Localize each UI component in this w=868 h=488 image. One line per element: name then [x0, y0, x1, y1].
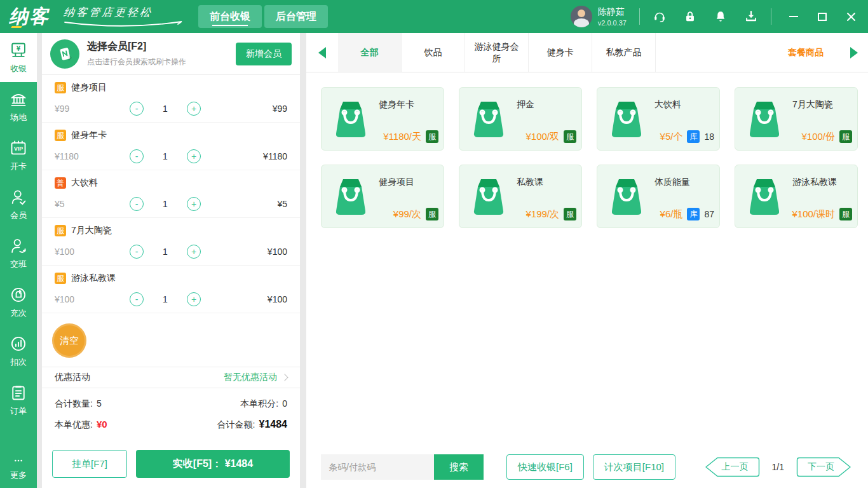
add-member-button[interactable]: 新增会员	[236, 43, 292, 65]
product-price: ¥6/瓶	[660, 208, 683, 220]
promo-row[interactable]: 优惠活动 暂无优惠活动	[42, 367, 300, 388]
cart-item: 普大饮料 ¥5 - 1 + ¥5	[42, 170, 300, 218]
spacer	[656, 33, 771, 72]
category-scroll-left-button[interactable]	[306, 33, 338, 72]
item-total: ¥100	[268, 247, 287, 257]
close-icon[interactable]	[845, 11, 857, 22]
product-card[interactable]: 押金 ¥100/双服	[459, 87, 582, 151]
pagination: 上一页 1/1 下一页	[703, 456, 853, 478]
slogan-text: 纳客管店更轻松	[63, 5, 185, 20]
product-card[interactable]: 健身年卡 ¥1180/天服	[321, 87, 444, 151]
next-page-label: 下一页	[796, 456, 853, 478]
service-icon[interactable]	[653, 10, 667, 24]
category-tab-private-training[interactable]: 私教产品	[592, 33, 656, 72]
category-tab-swim-club[interactable]: 游泳健身会所	[465, 33, 529, 72]
checkout-button[interactable]: 实收[F5]： ¥1484	[136, 450, 290, 478]
member-texts: 选择会员[F2] 点击进行会员搜索或刷卡操作	[87, 40, 186, 67]
hold-order-button[interactable]: 挂单[F7]	[52, 450, 127, 478]
search-button[interactable]: 搜索	[434, 454, 484, 480]
sidebar-item-more[interactable]: 更多	[0, 449, 37, 488]
qty-minus-button[interactable]: -	[130, 149, 144, 163]
bell-icon[interactable]	[714, 10, 728, 24]
clear-cart-button[interactable]: 清空	[52, 323, 86, 358]
app-logo: 纳客	[9, 4, 50, 30]
slogan-swoosh	[64, 20, 184, 28]
qty-plus-button[interactable]: +	[187, 149, 201, 163]
product-price: ¥5/个	[660, 131, 683, 143]
category-tab-package[interactable]: 套餐商品	[771, 33, 840, 72]
cart-item: 服健身项目 ¥99 - 1 + ¥99	[42, 75, 300, 123]
tab-backend-admin[interactable]: 后台管理	[264, 5, 328, 28]
member-card-icon	[50, 39, 79, 69]
svg-text:VIP: VIP	[14, 146, 23, 152]
category-tabs: 全部 饮品 游泳健身会所 健身卡 私教产品 套餐商品	[306, 33, 868, 72]
item-qty: 1	[144, 199, 187, 209]
item-qty: 1	[144, 247, 187, 257]
product-price: ¥199/次	[526, 208, 559, 220]
divider	[639, 8, 640, 25]
arrow-right-icon	[850, 47, 858, 58]
sidebar-item-label: 会员	[10, 210, 27, 221]
item-type-badge: 普	[55, 177, 66, 189]
qty-plus-button[interactable]: +	[187, 197, 201, 211]
lock-icon[interactable]	[683, 10, 697, 24]
product-name: 7月大陶瓷	[792, 98, 852, 110]
chevron-right-icon	[281, 374, 288, 381]
item-name: 健身项目	[71, 82, 107, 93]
member-icon	[10, 188, 27, 206]
qty-minus-button[interactable]: -	[130, 292, 144, 306]
qty-plus-button[interactable]: +	[187, 245, 201, 259]
sidebar-item-label: 交班	[10, 259, 27, 270]
sidebar: ¥ 收银 场地 VIP 开卡 会员 交班 充次 扣次	[0, 33, 37, 488]
service-tag-badge: 服	[426, 208, 438, 220]
item-name: 大饮料	[71, 177, 98, 189]
qty-plus-button[interactable]: +	[187, 292, 201, 306]
sidebar-item-venue[interactable]: 场地	[0, 82, 37, 131]
category-tab-drinks[interactable]: 饮品	[402, 33, 465, 72]
avatar[interactable]	[571, 6, 592, 27]
sidebar-item-label: 更多	[10, 470, 27, 481]
points-value: 0	[282, 398, 287, 409]
sidebar-item-deduct[interactable]: 扣次	[0, 327, 37, 376]
product-card[interactable]: 体质能量 ¥6/瓶库87	[597, 165, 720, 228]
product-card[interactable]: 游泳私教课 ¥100/课时服	[735, 165, 858, 228]
sidebar-item-vip-card[interactable]: VIP 开卡	[0, 131, 37, 180]
qty-minus-button[interactable]: -	[130, 245, 144, 259]
item-unit-price: ¥5	[55, 199, 130, 209]
maximize-icon[interactable]	[817, 11, 828, 22]
qty-plus-button[interactable]: +	[187, 102, 201, 116]
minimize-icon[interactable]	[788, 11, 799, 22]
page-indicator: 1/1	[772, 462, 784, 472]
product-card[interactable]: 私教课 ¥199/次服	[459, 165, 582, 228]
item-type-badge: 服	[55, 273, 66, 284]
category-tab-gym-card[interactable]: 健身卡	[529, 33, 592, 72]
qty-minus-button[interactable]: -	[130, 197, 144, 211]
category-tab-all[interactable]: 全部	[338, 33, 402, 72]
barcode-input[interactable]	[326, 462, 444, 472]
sidebar-item-orders[interactable]: 订单	[0, 376, 37, 424]
promo-label: 优惠活动	[55, 372, 90, 383]
product-card[interactable]: 大饮料 ¥5/个库18	[597, 87, 720, 151]
svg-text:¥: ¥	[17, 44, 21, 52]
sidebar-item-member[interactable]: 会员	[0, 180, 37, 229]
product-card[interactable]: 7月大陶瓷 ¥100/份服	[735, 87, 858, 151]
product-card[interactable]: 健身项目 ¥99/次服	[321, 165, 444, 228]
qty-minus-button[interactable]: -	[130, 102, 144, 116]
prev-page-button[interactable]: 上一页	[703, 456, 761, 478]
product-name: 押金	[517, 98, 576, 110]
sidebar-item-cashier[interactable]: ¥ 收银	[0, 33, 37, 82]
quick-cashier-button[interactable]: 快速收银[F6]	[506, 454, 584, 480]
member-select-area[interactable]: 选择会员[F2] 点击进行会员搜索或刷卡操作 新增会员	[42, 33, 300, 75]
slogan: 纳客管店更轻松	[64, 5, 184, 28]
barcode-input-wrap[interactable]	[321, 454, 434, 480]
sidebar-item-recharge[interactable]: 充次	[0, 278, 37, 327]
sidebar-item-shift[interactable]: 交班	[0, 229, 37, 278]
arrow-left-icon	[318, 47, 326, 58]
category-scroll-right-button[interactable]	[840, 33, 868, 72]
next-page-button[interactable]: 下一页	[796, 456, 853, 478]
sidebar-item-label: 场地	[10, 112, 27, 123]
download-icon[interactable]	[744, 10, 758, 24]
tab-front-cashier[interactable]: 前台收银	[198, 5, 262, 28]
count-item-button[interactable]: 计次项目[F10]	[593, 454, 675, 480]
service-tag-badge: 服	[564, 130, 576, 143]
